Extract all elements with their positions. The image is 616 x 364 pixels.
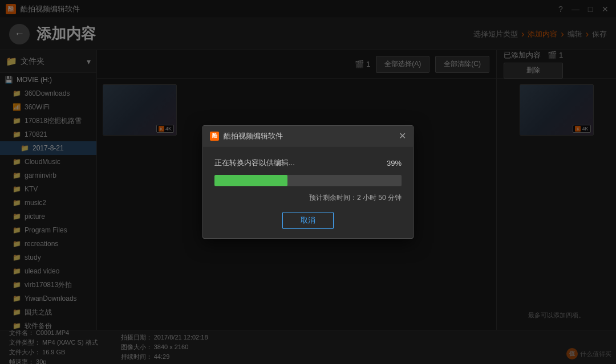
modal-app-icon: 酷 bbox=[210, 132, 219, 141]
modal-title-bar: 酷 酷拍视频编辑软件 ✕ bbox=[203, 126, 413, 146]
modal-status-line: 正在转换内容以供编辑... 39% bbox=[214, 158, 402, 168]
modal-dialog: 酷 酷拍视频编辑软件 ✕ 正在转换内容以供编辑... 39% 预计剩余时间：2 … bbox=[202, 125, 414, 239]
cancel-button[interactable]: 取消 bbox=[282, 212, 334, 229]
modal-actions: 取消 bbox=[214, 212, 402, 229]
modal-time-text: 预计剩余时间：2 小时 50 分钟 bbox=[309, 193, 402, 203]
modal-body: 正在转换内容以供编辑... 39% 预计剩余时间：2 小时 50 分钟 取消 bbox=[203, 146, 413, 238]
modal-status-text: 正在转换内容以供编辑... bbox=[214, 158, 295, 168]
modal-title: 酷拍视频编辑软件 bbox=[224, 131, 399, 141]
modal-close-button[interactable]: ✕ bbox=[399, 130, 406, 141]
modal-percent: 39% bbox=[387, 159, 402, 167]
progress-bar-fill bbox=[214, 175, 287, 186]
modal-time-line: 预计剩余时间：2 小时 50 分钟 bbox=[214, 193, 402, 203]
progress-bar-bg bbox=[214, 175, 402, 186]
modal-overlay: 酷 酷拍视频编辑软件 ✕ 正在转换内容以供编辑... 39% 预计剩余时间：2 … bbox=[0, 0, 616, 364]
